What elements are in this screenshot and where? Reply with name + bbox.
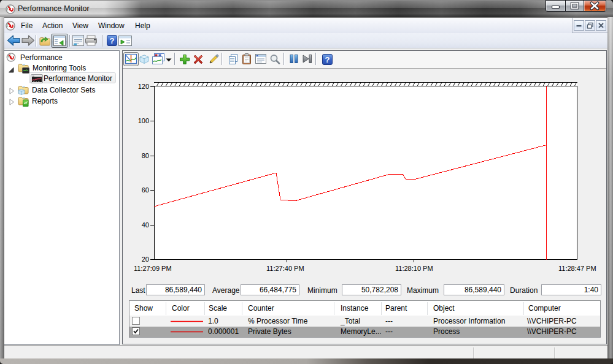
svg-text:?: ?	[110, 36, 115, 45]
svg-text:?: ?	[325, 55, 330, 64]
